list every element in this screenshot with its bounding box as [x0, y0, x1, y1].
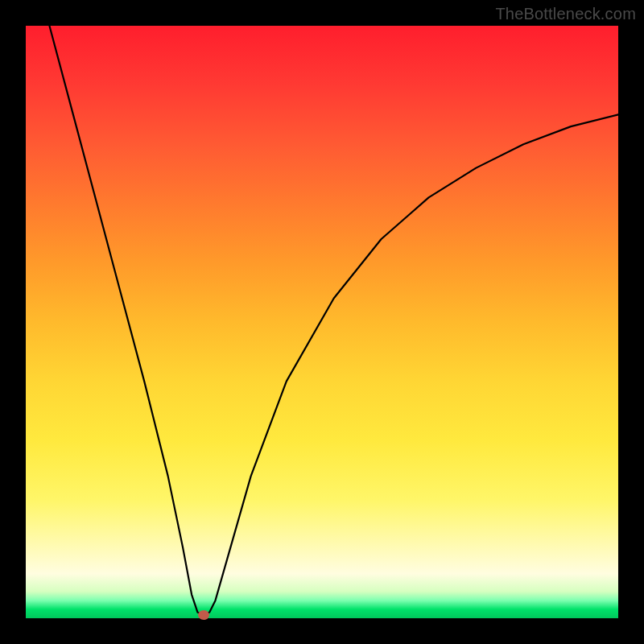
plot-area	[26, 26, 618, 618]
chart-frame: TheBottleneck.com	[0, 0, 644, 644]
watermark-text: TheBottleneck.com	[495, 5, 636, 23]
minimum-marker	[198, 610, 209, 620]
bottleneck-curve	[26, 26, 618, 618]
curve-path	[49, 26, 618, 615]
